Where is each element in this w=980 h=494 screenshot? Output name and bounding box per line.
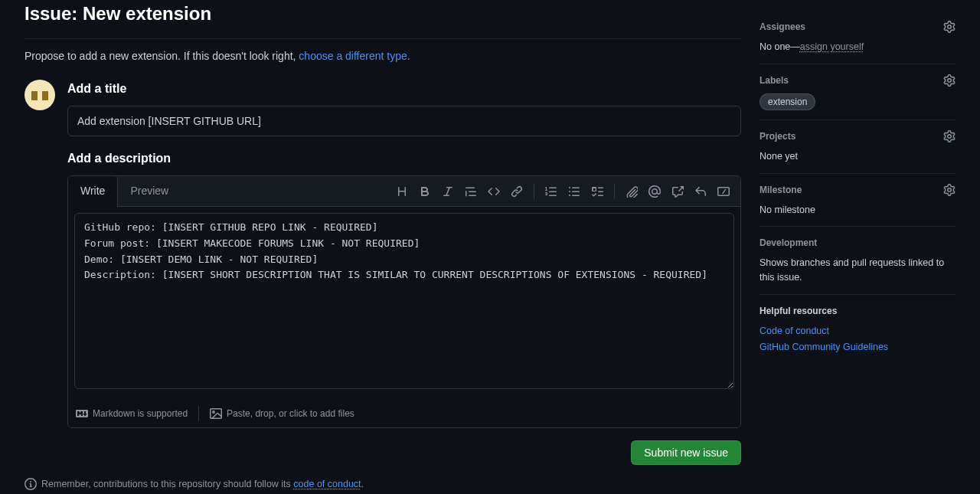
subdesc-text: Propose to add a new extension. If this …: [24, 50, 299, 62]
page-title: Issue: New extension: [24, 0, 741, 34]
ordered-list-icon[interactable]: [541, 181, 562, 202]
resources-title: Helpful resources: [760, 304, 837, 318]
avatar[interactable]: [24, 80, 55, 110]
markdown-supported-link[interactable]: Markdown is supported: [76, 407, 188, 420]
link-icon[interactable]: [506, 181, 528, 202]
remember-text: Remember, contributions to this reposito…: [41, 479, 293, 489]
assignees-title: Assignees: [760, 20, 805, 34]
bold-icon[interactable]: [414, 181, 436, 202]
resource-link-code-of-conduct[interactable]: Code of conduct: [760, 324, 956, 339]
unordered-list-icon[interactable]: [564, 181, 585, 202]
code-icon[interactable]: [483, 181, 505, 202]
attach-icon[interactable]: [621, 181, 642, 202]
markdown-supported-text: Markdown is supported: [93, 407, 188, 420]
attach-files-link[interactable]: Paste, drop, or click to add files: [210, 407, 354, 420]
editor-tabs: Write Preview: [68, 176, 740, 207]
assignees-content: No one—assign yourself: [760, 40, 956, 54]
projects-text: None yet: [760, 149, 956, 164]
tab-preview[interactable]: Preview: [118, 175, 181, 207]
code-of-conduct-link[interactable]: code of conduct: [293, 479, 361, 489]
gear-icon[interactable]: [943, 130, 956, 142]
toolbar-divider: [534, 184, 534, 199]
period: .: [361, 479, 364, 489]
slash-command-icon[interactable]: [713, 181, 734, 202]
title-label: Add a title: [67, 80, 741, 98]
assign-yourself-link[interactable]: assign yourself: [800, 41, 864, 52]
choose-different-type-link[interactable]: choose a different type.: [299, 50, 410, 62]
resource-link-community-guidelines[interactable]: GitHub Community Guidelines: [760, 340, 956, 355]
projects-title: Projects: [760, 129, 795, 143]
issue-title-input[interactable]: [67, 106, 741, 136]
quote-icon[interactable]: [460, 181, 482, 202]
tab-write[interactable]: Write: [68, 175, 118, 208]
reply-icon[interactable]: [690, 181, 711, 202]
image-icon: [210, 407, 222, 420]
footer-divider: [198, 406, 199, 421]
attach-files-text: Paste, drop, or click to add files: [227, 407, 354, 420]
heading-icon[interactable]: [391, 181, 413, 202]
milestone-title: Milestone: [760, 183, 802, 197]
assignees-none-text: No one—: [760, 41, 800, 52]
title-divider: [24, 38, 741, 39]
editor-toolbar: [181, 181, 740, 202]
contribution-reminder: Remember, contributions to this reposito…: [24, 477, 741, 492]
labels-title: Labels: [760, 74, 789, 87]
label-chip-extension[interactable]: extension: [760, 93, 815, 110]
development-text: Shows branches and pull requests linked …: [760, 256, 956, 285]
info-icon: [24, 478, 37, 490]
description-editor: Write Preview: [67, 175, 741, 428]
submit-new-issue-button[interactable]: Submit new issue: [631, 440, 741, 465]
milestone-text: No milestone: [760, 203, 956, 218]
toolbar-divider: [614, 184, 615, 199]
task-list-icon[interactable]: [586, 181, 608, 202]
mention-icon[interactable]: [644, 181, 665, 202]
cross-reference-icon[interactable]: [667, 181, 688, 202]
issue-description-textarea[interactable]: [74, 213, 734, 389]
gear-icon[interactable]: [943, 74, 956, 87]
italic-icon[interactable]: [437, 181, 459, 202]
gear-icon[interactable]: [943, 184, 956, 196]
page-subdesc: Propose to add a new extension. If this …: [24, 48, 741, 64]
description-label: Add a description: [67, 149, 741, 168]
markdown-icon: [76, 407, 88, 420]
gear-icon[interactable]: [943, 21, 956, 33]
development-title: Development: [760, 236, 817, 250]
